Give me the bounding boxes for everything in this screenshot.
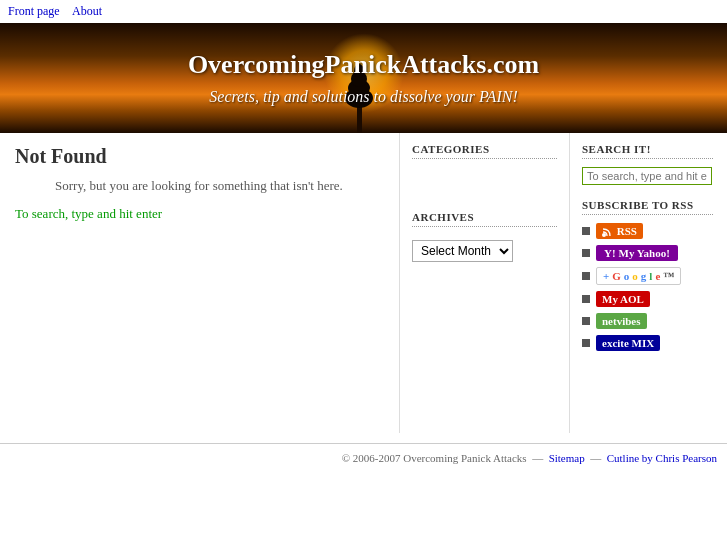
rss-badge-yahoo[interactable]: Y! My Yahoo! <box>596 245 678 261</box>
google-l-icon: l <box>649 270 652 282</box>
content-area: Not Found Sorry, but you are looking for… <box>0 133 400 433</box>
rss-badge-rss[interactable]: RSS <box>596 223 643 239</box>
footer-sitemap[interactable]: Sitemap <box>549 452 585 464</box>
google-e-icon: e <box>655 270 660 282</box>
footer-cutline[interactable]: Cutline by Chris Pearson <box>607 452 717 464</box>
rss-item-aol: My AOL <box>582 291 713 307</box>
search-input[interactable] <box>582 167 712 185</box>
google-o-icon: o <box>624 270 630 282</box>
sidebar-left: CATEGORIES ARCHIVES Select Month <box>400 133 570 433</box>
archives-section: ARCHIVES Select Month <box>412 211 557 262</box>
rss-bullet-icon <box>582 227 590 235</box>
rss-item-google: + Google™ <box>582 267 713 285</box>
google-o2-icon: o <box>632 270 638 282</box>
google-g-icon: G <box>612 270 621 282</box>
top-nav: Front page About <box>0 0 727 23</box>
site-header: OvercomingPanickAttacks.com Secrets, tip… <box>0 23 727 133</box>
rss-item-rss: RSS <box>582 223 713 239</box>
rss-item-excite: excite MIX <box>582 335 713 351</box>
rss-badge-excite[interactable]: excite MIX <box>596 335 660 351</box>
footer-copyright: © 2006-2007 Overcoming Panick Attacks <box>342 452 527 464</box>
rss-title: SUBSCRIBE TO RSS <box>582 199 713 215</box>
nav-about[interactable]: About <box>72 4 102 18</box>
yahoo-icon: Y! <box>604 247 616 259</box>
footer: © 2006-2007 Overcoming Panick Attacks — … <box>0 443 727 472</box>
excite-bullet-icon <box>582 339 590 347</box>
rss-section: SUBSCRIBE TO RSS RSS Y! My <box>582 199 713 351</box>
google-plus-icon: + <box>603 270 609 282</box>
site-title: OvercomingPanickAttacks.com <box>188 50 539 80</box>
categories-title: CATEGORIES <box>412 143 557 159</box>
yahoo-bullet-icon <box>582 249 590 257</box>
not-found-text: Sorry, but you are looking for something… <box>15 178 384 194</box>
archives-select[interactable]: Select Month <box>412 240 513 262</box>
nav-front-page[interactable]: Front page <box>8 4 60 18</box>
rss-item-netvibes: netvibes <box>582 313 713 329</box>
categories-section: CATEGORIES <box>412 143 557 197</box>
svg-point-5 <box>602 233 606 237</box>
netvibes-bullet-icon <box>582 317 590 325</box>
categories-list <box>412 167 557 197</box>
rss-badge-aol[interactable]: My AOL <box>596 291 650 307</box>
site-subtitle: Secrets, tip and solutions to dissolve y… <box>209 88 517 106</box>
search-section: SEARCH IT! <box>582 143 713 185</box>
rss-badge-netvibes[interactable]: netvibes <box>596 313 647 329</box>
aol-bullet-icon <box>582 295 590 303</box>
main-wrapper: Not Found Sorry, but you are looking for… <box>0 133 727 433</box>
archives-title: ARCHIVES <box>412 211 557 227</box>
rss-item-yahoo: Y! My Yahoo! <box>582 245 713 261</box>
sidebar-right: SEARCH IT! SUBSCRIBE TO RSS RSS <box>570 133 725 433</box>
search-title: SEARCH IT! <box>582 143 713 159</box>
google-g2-icon: g <box>641 270 647 282</box>
rss-badge-google[interactable]: + Google™ <box>596 267 681 285</box>
not-found-title: Not Found <box>15 145 384 168</box>
google-bullet-icon <box>582 272 590 280</box>
not-found-search-link[interactable]: To search, type and hit enter <box>15 206 162 221</box>
